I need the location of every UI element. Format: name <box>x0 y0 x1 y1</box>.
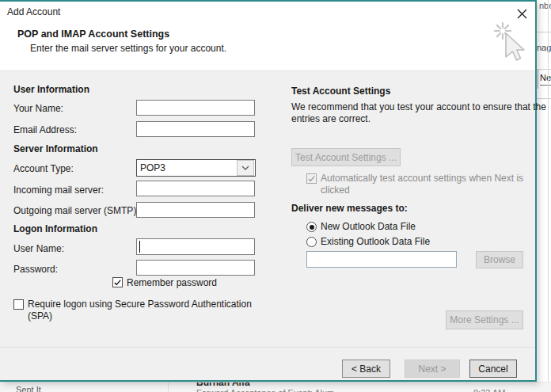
page-subtitle: Enter the mail server settings for your … <box>30 43 226 54</box>
chevron-down-icon <box>241 166 249 170</box>
back-button[interactable]: < Back <box>342 360 390 378</box>
account-type-value: POP3 <box>137 162 237 173</box>
section-user-information: User Information <box>13 84 89 95</box>
user-name-field[interactable] <box>136 238 255 255</box>
your-name-field[interactable] <box>136 100 255 116</box>
divider <box>537 32 551 32</box>
radio-dot-icon <box>310 225 314 230</box>
auto-test-checkbox[interactable] <box>306 173 317 184</box>
text-caret <box>139 241 140 253</box>
remember-password-label[interactable]: Remember password <box>127 277 217 288</box>
divider <box>537 69 551 70</box>
next-button[interactable]: Next > <box>405 360 460 378</box>
spa-label[interactable]: Require logon using Secure Password Auth… <box>28 299 275 322</box>
dialog-title: Add Account <box>7 6 60 17</box>
dialog-border-bottom <box>0 380 537 382</box>
more-settings-button[interactable]: More Settings ... <box>446 310 523 329</box>
background-bottom-strip: Sent It Burhan Alfa Forward Acceptance o… <box>0 382 551 392</box>
dialog-border-top <box>0 0 537 2</box>
background-message-time: 8:23 AM <box>473 388 505 392</box>
dialog-border-right <box>535 0 537 382</box>
password-field[interactable] <box>136 260 255 276</box>
background-inbox-fragment: nbo <box>539 1 551 10</box>
background-right-strip: nbo nag- New <box>537 0 551 382</box>
close-icon <box>517 9 527 19</box>
section-test-account-settings: Test Account Settings <box>291 86 390 97</box>
remember-password-checkbox[interactable] <box>112 277 123 287</box>
divider <box>168 382 169 392</box>
incoming-server-field[interactable] <box>136 181 255 196</box>
section-server-information: Server Information <box>13 143 98 154</box>
browse-button[interactable]: Browse <box>476 251 523 268</box>
checkmark-icon <box>113 278 122 287</box>
data-file-path-field[interactable] <box>306 251 457 268</box>
email-address-label: Email Address: <box>13 124 77 135</box>
divider <box>0 347 535 348</box>
outgoing-server-label: Outgoing mail server (SMTP): <box>13 205 139 216</box>
account-type-select[interactable]: POP3 <box>136 159 256 177</box>
user-name-label: User Name: <box>13 243 64 254</box>
divider <box>540 85 551 86</box>
incoming-server-label: Incoming mail server: <box>13 185 104 196</box>
radio-existing-data-file[interactable] <box>306 237 317 247</box>
background-message-sender[interactable]: Burhan Alfa <box>196 382 250 388</box>
section-deliver-new-messages: Deliver new messages to: <box>291 203 408 214</box>
page-title: POP and IMAP Account Settings <box>17 29 169 40</box>
test-account-settings-button[interactable]: Test Account Settings ... <box>291 148 401 166</box>
background-new-button-fragment[interactable]: New <box>540 73 551 82</box>
account-type-label: Account Type: <box>13 163 74 174</box>
your-name-label: Your Name: <box>13 103 63 114</box>
cancel-button[interactable]: Cancel <box>469 360 517 378</box>
outgoing-server-field[interactable] <box>136 202 255 218</box>
email-address-field[interactable] <box>136 121 255 137</box>
background-message-subject[interactable]: Forward Acceptance of Event: Alum <box>196 388 334 392</box>
screen: nbo nag- New Sent It Burhan Alfa Forward… <box>0 0 551 392</box>
radio-new-data-file[interactable] <box>306 222 317 232</box>
auto-test-label[interactable]: Automatically test account settings when… <box>321 173 533 196</box>
radio-new-data-file-label[interactable]: New Outlook Data File <box>321 221 416 232</box>
background-scrollbar-edge[interactable] <box>548 0 549 382</box>
radio-existing-data-file-label[interactable]: Existing Outlook Data File <box>321 236 430 247</box>
section-logon-information: Logon Information <box>13 223 97 234</box>
busy-cursor-icon <box>492 21 527 73</box>
background-folder-fragment[interactable]: Sent It <box>16 385 41 392</box>
add-account-dialog: Add Account POP and IMAP Account Setting… <box>0 0 537 382</box>
background-manage-fragment: nag- <box>537 43 551 52</box>
spa-checkbox[interactable] <box>13 299 24 310</box>
divider <box>537 98 551 99</box>
combo-dropdown-button[interactable] <box>237 160 254 176</box>
divider <box>538 70 538 89</box>
test-description: We recommend that you test your account … <box>291 101 546 125</box>
password-label: Password: <box>13 264 58 275</box>
checkmark-icon <box>307 174 316 183</box>
